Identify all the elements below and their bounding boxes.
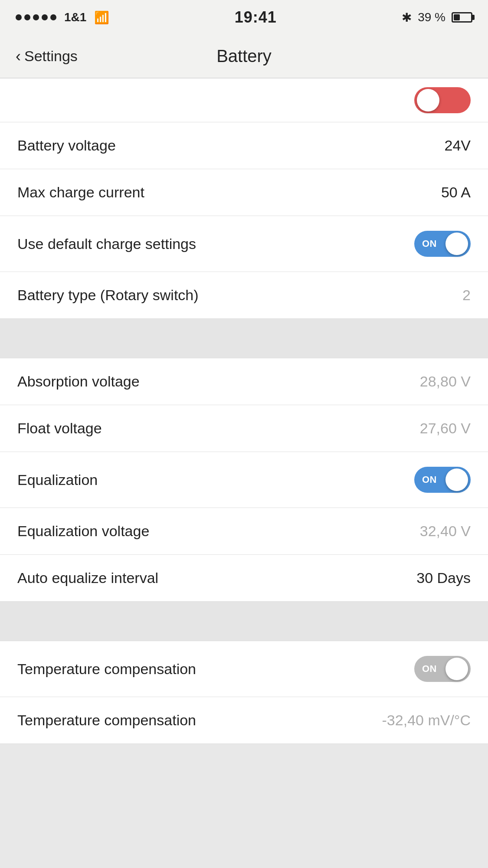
battery-fill: [454, 14, 460, 20]
label-float-voltage: Float voltage: [17, 420, 102, 437]
status-time: 19:41: [235, 8, 277, 26]
value-battery-voltage[interactable]: 24V: [445, 137, 471, 154]
carrier-label: 1&1: [64, 10, 86, 24]
toggle-partial[interactable]: [414, 87, 471, 113]
gap-2: [0, 619, 488, 641]
value-temp-compensation-value[interactable]: -32,40 mV/°C: [382, 712, 471, 729]
status-right: ✱ 39 %: [402, 10, 472, 25]
toggle-thumb-temp-compensation: [445, 658, 468, 680]
row-partial-top: [0, 79, 488, 122]
value-max-charge-current[interactable]: 50 A: [441, 184, 471, 201]
row-equalization-voltage: Equalization voltage 32,40 V: [0, 508, 488, 555]
toggle-thumb-partial: [417, 89, 439, 111]
toggle-label-temp-compensation: ON: [422, 663, 437, 675]
row-battery-type: Battery type (Rotary switch) 2: [0, 272, 488, 318]
value-auto-equalize-interval[interactable]: 30 Days: [416, 570, 471, 586]
signal-dot-5: [50, 14, 56, 20]
value-battery-type[interactable]: 2: [462, 287, 471, 304]
toggle-label-equalization: ON: [422, 474, 437, 485]
battery-icon: [452, 12, 472, 23]
label-temp-compensation-value: Temperature compensation: [17, 712, 196, 729]
signal-dot-3: [33, 14, 39, 20]
bluetooth-icon: ✱: [402, 10, 412, 25]
back-button[interactable]: ‹ Settings: [16, 48, 78, 65]
chevron-left-icon: ‹: [16, 49, 21, 64]
back-label: Settings: [24, 48, 78, 65]
wifi-icon: 📶: [94, 10, 109, 25]
card-charge-voltages: Absorption voltage 28,80 V Float voltage…: [0, 358, 488, 602]
status-left: 1&1 📶: [16, 10, 109, 25]
toggle-thumb-equalization: [445, 468, 468, 491]
card-temperature-compensation: Temperature compensation ON Temperature …: [0, 641, 488, 744]
row-temp-compensation-toggle: Temperature compensation ON: [0, 641, 488, 697]
label-equalization-voltage: Equalization voltage: [17, 523, 149, 540]
label-battery-type: Battery type (Rotary switch): [17, 287, 199, 304]
toggle-temp-compensation[interactable]: ON: [414, 656, 471, 682]
row-use-default-charge: Use default charge settings ON: [0, 216, 488, 272]
signal-dot-2: [24, 14, 30, 20]
content: Battery voltage 24V Max charge current 5…: [0, 78, 488, 744]
signal-dot-1: [16, 14, 22, 20]
row-temp-compensation-value: Temperature compensation -32,40 mV/°C: [0, 697, 488, 744]
signal-dots: [16, 14, 56, 20]
toggle-equalization[interactable]: ON: [414, 467, 471, 493]
toggle-use-default-charge[interactable]: ON: [414, 231, 471, 257]
toggle-label-use-default-charge: ON: [422, 238, 437, 249]
label-max-charge-current: Max charge current: [17, 184, 144, 201]
label-auto-equalize-interval: Auto equalize interval: [17, 570, 158, 586]
row-max-charge-current: Max charge current 50 A: [0, 169, 488, 216]
card-battery-settings: Battery voltage 24V Max charge current 5…: [0, 78, 488, 319]
value-equalization-voltage[interactable]: 32,40 V: [420, 523, 471, 540]
battery-body: [452, 12, 472, 23]
label-equalization: Equalization: [17, 472, 98, 488]
battery-percent: 39 %: [418, 10, 445, 24]
label-use-default-charge: Use default charge settings: [17, 236, 196, 252]
status-bar: 1&1 📶 19:41 ✱ 39 %: [0, 0, 488, 35]
label-temp-compensation: Temperature compensation: [17, 661, 196, 678]
row-absorption-voltage: Absorption voltage 28,80 V: [0, 358, 488, 405]
signal-dot-4: [42, 14, 48, 20]
toggle-thumb-use-default-charge: [445, 233, 468, 255]
value-float-voltage[interactable]: 27,60 V: [420, 420, 471, 437]
row-float-voltage: Float voltage 27,60 V: [0, 405, 488, 452]
row-equalization: Equalization ON: [0, 452, 488, 508]
row-auto-equalize-interval: Auto equalize interval 30 Days: [0, 555, 488, 601]
gap-1: [0, 336, 488, 358]
row-battery-voltage: Battery voltage 24V: [0, 122, 488, 169]
page-title: Battery: [216, 46, 272, 66]
value-absorption-voltage[interactable]: 28,80 V: [420, 373, 471, 390]
label-absorption-voltage: Absorption voltage: [17, 373, 140, 390]
header: ‹ Settings Battery: [0, 35, 488, 78]
label-battery-voltage: Battery voltage: [17, 137, 116, 154]
